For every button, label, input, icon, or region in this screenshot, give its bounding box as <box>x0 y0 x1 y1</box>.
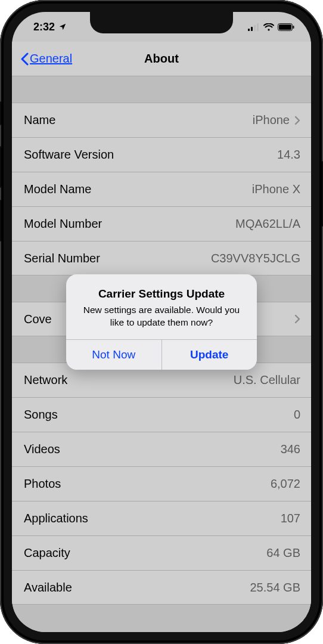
volume-down-button <box>0 200 1 242</box>
mute-switch <box>0 101 1 125</box>
not-now-button[interactable]: Not Now <box>66 340 162 370</box>
alert-message: New settings are available. Would you li… <box>78 304 245 329</box>
alert-title: Carrier Settings Update <box>78 287 245 301</box>
volume-up-button <box>0 146 1 188</box>
screen: 2:32 <box>12 12 311 632</box>
alert-backdrop: Carrier Settings Update New settings are… <box>12 12 311 632</box>
phone-frame: 2:32 <box>0 0 323 644</box>
update-button[interactable]: Update <box>162 340 257 370</box>
carrier-update-alert: Carrier Settings Update New settings are… <box>66 274 257 370</box>
